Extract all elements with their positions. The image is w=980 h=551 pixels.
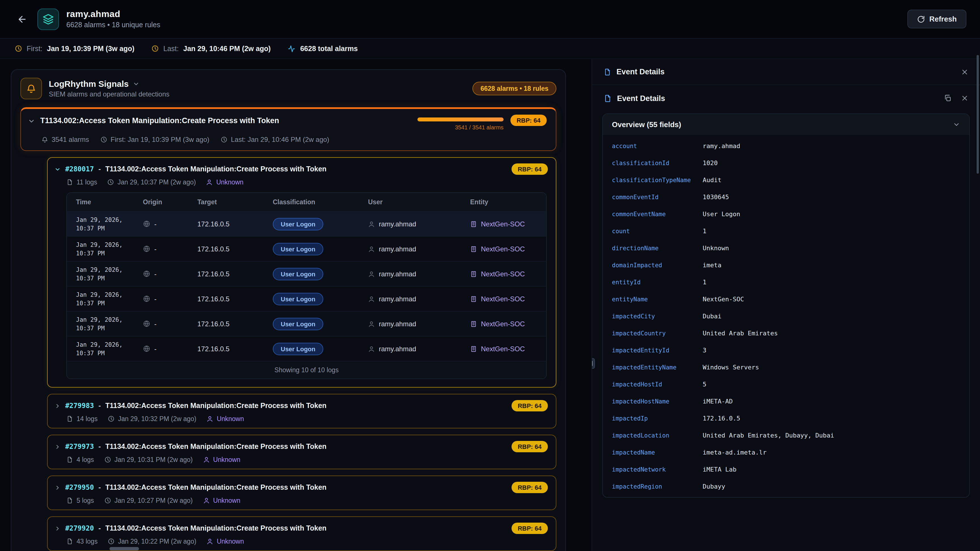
overview-header[interactable]: Overview (55 fields) xyxy=(603,114,969,135)
log-time: Jan 29, 2026, 10:37 PM xyxy=(76,341,143,357)
copy-icon[interactable] xyxy=(944,94,951,102)
alarm-status: Unknown xyxy=(216,416,244,422)
panel-resize-handle[interactable] xyxy=(592,358,595,369)
log-time: Jan 29, 2026, 10:37 PM xyxy=(76,315,143,332)
field-value: 1030645 xyxy=(703,193,729,201)
field-key: impactedHostName xyxy=(612,398,703,404)
building-icon xyxy=(470,271,477,277)
log-user: ramy.ahmad xyxy=(368,295,470,303)
table-row[interactable]: Jan 29, 2026, 10:37 PM - 172.16.0.5 xyxy=(67,286,546,311)
rule-first-seen: First: Jan 19, 10:39 PM (3w ago) xyxy=(111,135,209,143)
log-time: Jan 29, 2026, 10:37 PM xyxy=(76,266,143,282)
chevron-right-icon[interactable] xyxy=(54,484,61,490)
file-icon xyxy=(66,456,73,463)
chevron-down-icon[interactable] xyxy=(953,121,960,128)
field-row: impactedRegion Dubayy xyxy=(603,478,969,495)
clock-icon xyxy=(104,456,111,463)
clock-icon xyxy=(221,136,228,143)
table-row[interactable]: Jan 29, 2026, 10:37 PM - 172.16.0.5 xyxy=(67,311,546,336)
field-value: imeta xyxy=(703,261,721,269)
field-key: count xyxy=(612,228,703,234)
log-classification: User Logon xyxy=(273,243,368,255)
field-row: impactedCity Dubai xyxy=(603,307,969,325)
field-key: impactedHostId xyxy=(612,381,703,388)
file-icon xyxy=(66,497,73,504)
refresh-button[interactable]: Refresh xyxy=(907,10,966,29)
clock-icon xyxy=(108,538,115,545)
alarm-status: Unknown xyxy=(216,179,243,186)
back-button[interactable] xyxy=(14,11,30,27)
classification-badge: User Logon xyxy=(273,317,323,330)
file-icon xyxy=(66,538,73,545)
log-classification: User Logon xyxy=(273,268,368,280)
log-user: ramy.ahmad xyxy=(368,345,470,353)
field-value: 1 xyxy=(703,227,706,235)
overview-title: Overview (55 fields) xyxy=(612,120,681,129)
log-origin: - xyxy=(143,245,197,253)
rbp-badge: RBP: 64 xyxy=(512,400,548,411)
field-key: entityName xyxy=(612,296,703,303)
clock-icon xyxy=(108,416,115,422)
chevron-right-icon[interactable] xyxy=(54,443,61,450)
chevron-right-icon[interactable] xyxy=(54,525,61,532)
log-entity: NextGen-SOC xyxy=(470,245,541,253)
field-row: entityName NextGen-SOC xyxy=(603,291,969,307)
log-table: Time Origin Target Classification User E… xyxy=(66,193,547,379)
alarm-title: T1134.002:Access Token Manipulation:Crea… xyxy=(105,402,327,410)
field-row: impactedCountry United Arab Emirates xyxy=(603,325,969,342)
alarm-card[interactable]: #279983 - T1134.002:Access Token Manipul… xyxy=(47,394,556,428)
alarm-card-expanded: #280017 - T1134.002:Access Token Manipul… xyxy=(47,157,556,388)
alarm-title: T1134.002:Access Token Manipulation:Crea… xyxy=(105,524,327,532)
log-user: ramy.ahmad xyxy=(368,220,470,228)
chevron-down-icon[interactable] xyxy=(28,118,35,125)
field-row: directionName Unknown xyxy=(603,239,969,256)
rbp-badge: RBP: 64 xyxy=(511,115,547,126)
clock-icon xyxy=(151,45,159,52)
field-value: NextGen-SOC xyxy=(703,295,744,303)
alarm-card[interactable]: #279973 - T1134.002:Access Token Manipul… xyxy=(47,435,556,469)
stat-last-seen: Last: Jan 29, 10:46 PM (2w ago) xyxy=(151,45,271,53)
globe-icon xyxy=(143,220,150,228)
building-icon xyxy=(470,345,477,352)
chevron-down-icon[interactable] xyxy=(54,166,61,172)
log-origin: - xyxy=(143,345,197,353)
chevron-right-icon[interactable] xyxy=(54,403,61,409)
field-value: Dubayy xyxy=(703,483,725,490)
field-value: iMETA-AD xyxy=(703,398,733,405)
vertical-scrollbar-thumb[interactable] xyxy=(977,55,979,174)
field-row: classificationTypeName Audit xyxy=(603,171,969,188)
field-row: entityId 1 xyxy=(603,274,969,291)
field-row: impactedName imeta-ad.imeta.lr xyxy=(603,444,969,461)
chevron-down-icon[interactable] xyxy=(133,80,140,87)
close-icon[interactable] xyxy=(961,68,969,76)
field-key: classificationTypeName xyxy=(612,177,703,183)
field-key: impactedName xyxy=(612,449,703,455)
globe-icon xyxy=(143,270,150,277)
user-icon xyxy=(203,497,210,504)
alarm-log-count: 5 logs xyxy=(76,497,94,504)
table-row[interactable]: Jan 29, 2026, 10:37 PM - 172.16.0.5 xyxy=(67,261,546,286)
table-row[interactable]: Jan 29, 2026, 10:37 PM - 172.16.0.5 xyxy=(67,336,546,361)
alarm-id: #279973 xyxy=(65,443,94,451)
building-icon xyxy=(470,295,477,302)
alarm-card[interactable]: #279920 - T1134.002:Access Token Manipul… xyxy=(47,516,556,551)
table-row[interactable]: Jan 29, 2026, 10:37 PM - 172.16.0.5 xyxy=(67,236,546,261)
rule-header[interactable]: T1134.002:Access Token Manipulation:Crea… xyxy=(28,115,547,131)
field-key: impactedLocation xyxy=(612,432,703,439)
horizontal-scrollbar-thumb[interactable] xyxy=(110,547,139,551)
log-entity: NextGen-SOC xyxy=(470,220,541,228)
top-bar: ramy.ahmad 6628 alarms • 18 unique rules… xyxy=(0,0,980,38)
close-icon[interactable] xyxy=(961,94,969,102)
field-value: Dubai xyxy=(703,312,721,320)
log-origin: - xyxy=(143,320,197,328)
field-value: 1 xyxy=(703,278,706,286)
table-row[interactable]: Jan 29, 2026, 10:37 PM - 172.16.0.5 xyxy=(67,211,546,236)
rule-progress-label: 3541 / 3541 alarms xyxy=(455,124,503,131)
signals-header[interactable]: LogRhythm Signals SIEM alarms and operat… xyxy=(21,78,556,99)
alarm-card[interactable]: #279950 - T1134.002:Access Token Manipul… xyxy=(47,476,556,510)
field-value: 1020 xyxy=(703,159,718,167)
alarm-header[interactable]: #280017 - T1134.002:Access Token Manipul… xyxy=(48,158,556,179)
log-entity: NextGen-SOC xyxy=(470,270,541,278)
log-time: Jan 29, 2026, 10:37 PM xyxy=(76,291,143,307)
log-target: 172.16.0.5 xyxy=(197,295,273,303)
